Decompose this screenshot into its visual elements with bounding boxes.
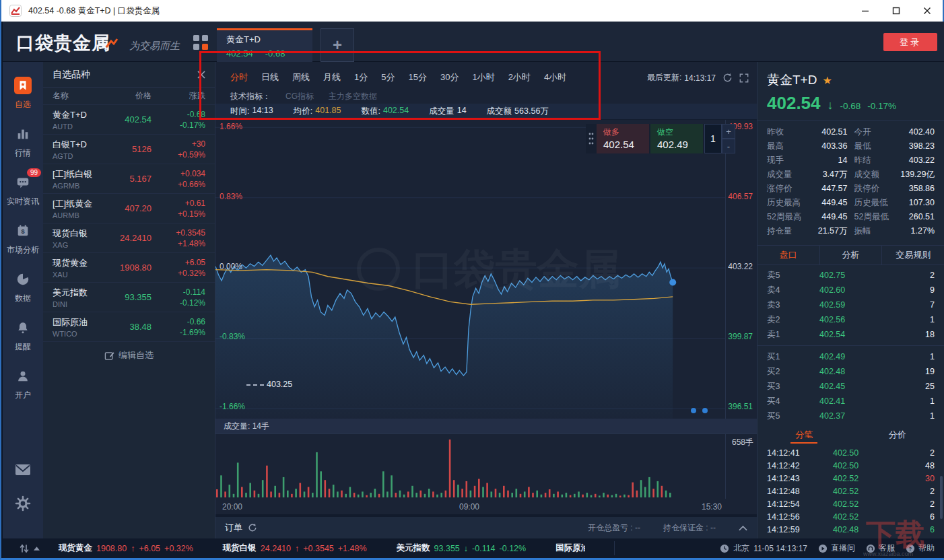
watchlist-row[interactable]: [工]纸黄金 AURMB 407.20 +0.61 +0.15% [43,194,215,223]
watchlist-row[interactable]: 美元指数 DINI 93.355 -0.114 -0.12% [43,283,215,312]
collapse-ticker-icon[interactable] [34,547,40,551]
timeframe-tab[interactable]: 周线 [292,71,310,83]
tab-gold-td[interactable]: 黄金T+D 402.54 -0.68 [217,28,312,62]
instrument-change: -0.66 [151,317,205,326]
edit-watchlist-button[interactable]: 编辑自选 [43,342,215,369]
timeframe-tab[interactable]: 分时 [230,71,248,83]
sidebar-item-favorites[interactable]: 自选 [3,77,43,110]
quantity-field[interactable]: 1 [704,124,722,153]
collapse-orders-icon[interactable] [739,525,747,531]
main-sidebar: 自选 行情 99 实时资讯 $ 市场分析 数据 [3,62,43,538]
minimize-button[interactable] [850,0,881,22]
instrument-name: 黄金T+D [53,109,104,121]
stat-value: 14 [808,153,847,168]
watchlist-row[interactable]: 黄金T+D AUTD 402.54 -0.68 -0.17% [43,105,215,135]
customer-service-link[interactable]: 客服 [866,542,895,554]
help-link[interactable]: ? 帮助 [906,542,935,554]
detail-tab[interactable]: 盘口 [757,246,819,265]
watchlist-row[interactable]: 现货白银 XAG 24.2410 +0.3545 +1.48% [43,223,215,253]
instrument-change-pct: -0.17% [151,120,205,130]
chat-bubble-icon: 99 [14,174,32,191]
timeframe-tab[interactable]: 日线 [261,71,279,83]
timeframe-tab[interactable]: 4小时 [544,71,566,83]
timeframe-tab[interactable]: 月线 [323,71,341,83]
bid-row[interactable]: 买5 402.37 1 [767,409,935,423]
chart-page-dots[interactable] [691,408,708,413]
add-tab-button[interactable]: + [321,28,354,62]
sidebar-item-quotes[interactable]: 行情 [3,125,43,159]
timeframe-tab[interactable]: 2小时 [508,71,531,83]
refresh-icon[interactable] [722,73,733,83]
tick-row: 14:12:41 402.50 2 [767,446,935,459]
bid-row[interactable]: 买4 402.41 1 [767,394,935,409]
ticker-sort-icon[interactable] [19,543,30,554]
ask-row[interactable]: 卖2 402.56 1 [767,312,935,327]
detail-tab[interactable]: 交易规则 [881,246,944,265]
tab-price: 402.54 [226,48,253,59]
timeframe-tab[interactable]: 15分 [408,71,426,83]
tick-tab[interactable]: 分价 [851,425,944,445]
price-chart[interactable]: 1.66% 0.83% 0.00% -0.83% -1.66% 409.93 4… [215,120,757,419]
detail-tab[interactable]: 分析 [819,246,882,265]
quantity-decrease-button[interactable]: - [722,139,735,153]
grid-menu-icon[interactable] [193,35,208,50]
instrument-code: AUTD [53,123,104,131]
maximize-button[interactable] [881,0,912,22]
ask-row[interactable]: 卖5 402.75 2 [767,268,935,283]
sidebar-item-news[interactable]: 99 实时资讯 [3,174,43,207]
instrument-name: 现货白银 [53,228,104,240]
sell-short-button[interactable]: 做空 402.49 [650,124,703,153]
bid-row[interactable]: 买2 402.48 19 [767,364,935,379]
stat-label: 振幅 [854,224,889,238]
watchlist-row[interactable]: 现货黄金 XAU 1908.80 +6.05 +0.32% [43,253,215,283]
sidebar-item-data[interactable]: 数据 [3,271,43,304]
ref-line-dash [246,384,264,386]
stat-value: 403.36 [808,139,847,153]
scrollbar-thumb[interactable] [940,476,943,519]
instrument-change-pct: +0.15% [151,209,205,219]
sidebar-item-market-analysis[interactable]: $ 市场分析 [3,222,43,256]
instrument-code: AGTD [53,152,104,160]
favorite-star-icon[interactable]: ★ [822,74,832,87]
tick-tab[interactable]: 分笔 [757,425,851,445]
timeframe-tab[interactable]: 1小时 [472,71,494,83]
indicator-cg[interactable]: CG指标 [285,91,314,102]
close-button[interactable] [912,0,943,22]
gear-icon[interactable] [15,495,31,512]
ticker-item[interactable]: 美元指数 93.355 ↓ -0.114 -0.12% [397,542,527,554]
instrument-code: WTICO [53,330,104,338]
buy-long-button[interactable]: 做多 402.54 [597,124,649,153]
live-room-link[interactable]: 直播间 [818,542,855,554]
indicator-main-force[interactable]: 主力多空数据 [329,91,377,102]
drag-handle-icon[interactable] [586,124,597,153]
watchlist-row[interactable]: 白银T+D AGTD 5126 +30 +0.59% [43,135,215,164]
ticker-item[interactable]: 现货白银 24.2410 ↑ +0.3545 +1.48% [223,542,367,554]
watchlist-row[interactable]: [工]纸白银 AGRMB 5.167 +0.034 +0.66% [43,164,215,194]
fullscreen-icon[interactable] [739,73,749,83]
instrument-code: XAU [53,271,104,279]
orders-bar: 订单 开仓总盈亏 : -- 持仓保证金 : -- [215,517,757,538]
sidebar-item-alerts[interactable]: 提醒 [3,319,43,353]
ask-row[interactable]: 卖4 402.60 9 [767,283,935,298]
ask-row[interactable]: 卖1 402.54 18 [767,327,935,342]
orders-refresh-icon[interactable] [248,523,257,532]
bid-row[interactable]: 买1 402.49 1 [767,349,935,364]
volume-chart[interactable]: 658手 [215,433,757,499]
ask-row[interactable]: 卖3 402.59 7 [767,298,935,312]
close-icon[interactable] [197,71,205,79]
quantity-increase-button[interactable]: + [722,124,735,139]
timeframe-tab[interactable]: 1分 [354,71,368,83]
volume-chart-svg [215,434,726,499]
watchlist-row[interactable]: 国际原油 WTICO 38.48 -0.66 -1.69% [43,312,215,342]
tick-tabs: 分笔分价 [757,425,944,445]
login-button[interactable]: 登录 [883,33,937,51]
sidebar-item-open-account[interactable]: 开户 [3,368,43,401]
ticker-item[interactable]: 国际原油 [555,542,585,554]
ticker-item[interactable]: 现货黄金 1908.80 ↑ +6.05 +0.32% [59,542,193,554]
tick-row: 14:12:42 402.50 48 [767,459,935,472]
timeframe-tab[interactable]: 5分 [381,71,395,83]
bid-row[interactable]: 买3 402.45 25 [767,379,935,394]
mail-icon[interactable] [15,463,31,477]
stat-value: 139.29亿 [896,168,935,182]
timeframe-tab[interactable]: 30分 [440,71,459,83]
